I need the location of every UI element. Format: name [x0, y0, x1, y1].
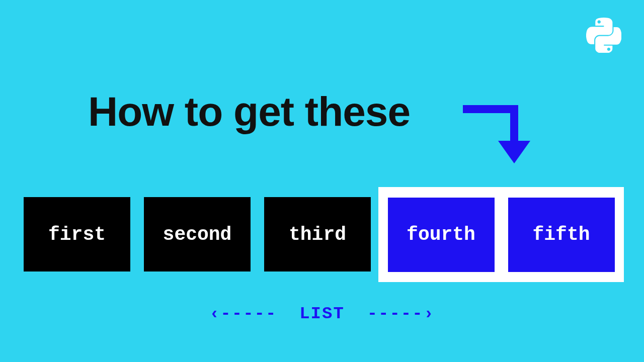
arrow-left-icon: ‹----- [209, 304, 277, 323]
highlight-box: fourth fifth [378, 187, 624, 282]
list-item: first [24, 197, 130, 272]
arrow-down-icon [463, 98, 543, 170]
list-item: third [264, 197, 371, 272]
list-item-highlighted: fifth [508, 198, 615, 272]
list-item-highlighted: fourth [388, 198, 495, 272]
list-item: second [144, 197, 251, 272]
list-row: first second third [24, 197, 384, 272]
python-logo-icon [586, 18, 621, 55]
page-title: How to get these [88, 88, 410, 135]
arrow-right-icon: -----› [367, 304, 435, 323]
list-label: ‹----- LIST -----› [0, 304, 644, 323]
